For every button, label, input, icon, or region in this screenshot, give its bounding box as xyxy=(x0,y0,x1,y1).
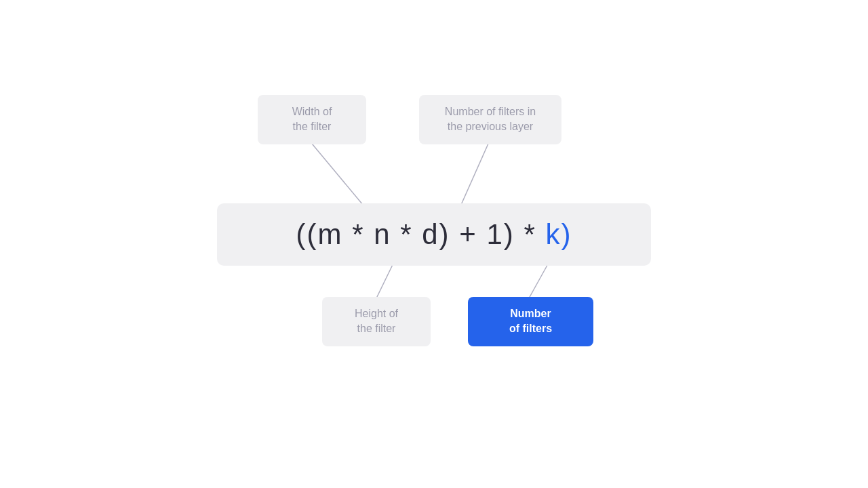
svg-line-1 xyxy=(461,144,488,205)
label-num-filters: Numberof filters xyxy=(468,297,593,346)
formula-highlight: k) xyxy=(545,218,572,250)
label-height-filter: Height ofthe filter xyxy=(322,297,431,346)
formula-text: ((m * n * d) + 1) * k) xyxy=(296,218,572,251)
formula-box: ((m * n * d) + 1) * k) xyxy=(217,203,651,266)
formula-diagram: Width ofthe filter Number of filters int… xyxy=(217,95,651,393)
svg-line-0 xyxy=(312,144,363,205)
label-prev-filters: Number of filters inthe previous layer xyxy=(419,95,561,144)
label-width-filter: Width ofthe filter xyxy=(258,95,366,144)
